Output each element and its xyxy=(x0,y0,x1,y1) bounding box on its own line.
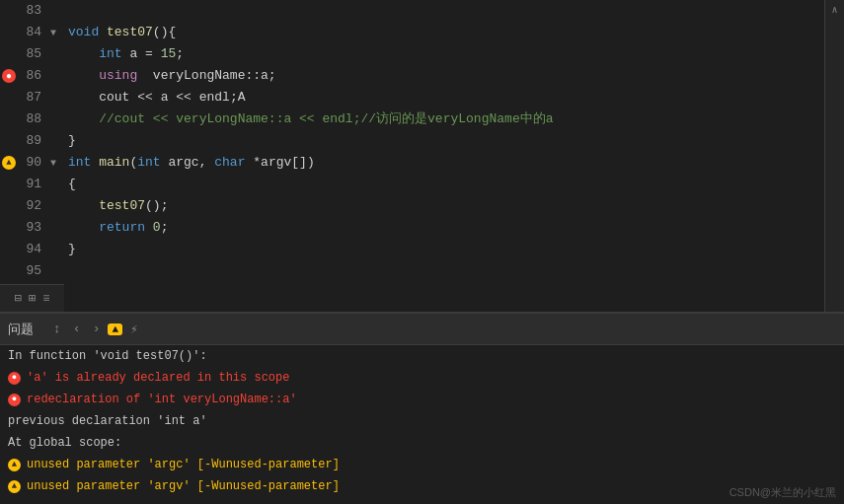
line-number: 92 xyxy=(18,195,47,217)
code-segment xyxy=(68,108,99,130)
code-segment: using xyxy=(99,65,137,87)
code-segment: int xyxy=(137,152,160,174)
code-segment: test07 xyxy=(99,195,145,217)
code-segment: test07 xyxy=(107,22,153,43)
problem-row[interactable]: At global scope: xyxy=(0,432,844,454)
code-segment: endl xyxy=(199,87,230,108)
scroll-up-icon[interactable]: ∧ xyxy=(831,4,837,16)
code-segment: } xyxy=(68,239,76,260)
code-editor: 8384▼85●86878889▲90▼9192939495 void test… xyxy=(0,0,844,312)
line-indicator xyxy=(0,22,18,43)
problem-row[interactable]: ●'a' is already declared in this scope xyxy=(0,367,844,389)
line-number: 88 xyxy=(18,108,47,130)
line-number: 87 xyxy=(18,87,47,108)
code-segment: main xyxy=(99,152,129,174)
problem-error-icon: ● xyxy=(8,394,21,406)
line-indicator xyxy=(0,174,18,195)
code-segment: char xyxy=(214,152,245,174)
problem-warn-icon: ▲ xyxy=(8,459,21,471)
problems-toolbar: ↕ ‹ › ▲ ⚡ xyxy=(49,320,142,339)
gutter-row: 95 xyxy=(0,260,64,282)
gutter-row: 88 xyxy=(0,108,64,130)
line-indicator: ● xyxy=(0,65,18,87)
code-line: return 0; xyxy=(68,217,824,239)
sort-icon[interactable]: ↕ xyxy=(49,320,65,338)
error-indicator-icon: ● xyxy=(2,69,16,83)
nav-right-icon[interactable]: › xyxy=(89,320,105,338)
problem-text: previous declaration 'int a' xyxy=(8,410,207,432)
code-segment: ( xyxy=(129,152,137,174)
bottom-left-toolbar: ⊟ ⊞ ≡ xyxy=(0,284,64,312)
code-segment: //cout << veryLongName::a << endl;//访问的是… xyxy=(99,108,553,130)
code-segment xyxy=(91,152,99,174)
line-indicator xyxy=(0,217,18,239)
grid-icon[interactable]: ⊞ xyxy=(27,289,38,308)
code-segment: ; xyxy=(161,217,169,239)
gutter-row: 92 xyxy=(0,195,64,217)
line-indicator xyxy=(0,87,18,108)
code-segment: int xyxy=(99,43,121,65)
code-line: using veryLongName::a; xyxy=(68,65,824,87)
problem-row[interactable]: ●redeclaration of 'int veryLongName::a' xyxy=(0,389,844,410)
line-indicator xyxy=(0,130,18,152)
problems-title: 问题 xyxy=(8,321,34,338)
nav-left-icon[interactable]: ‹ xyxy=(69,320,85,338)
gutter-row: 89 xyxy=(0,130,64,152)
problem-text: redeclaration of 'int veryLongName::a' xyxy=(27,389,297,410)
problem-row[interactable]: In function 'void test07()': xyxy=(0,345,844,367)
code-segment: (){ xyxy=(153,22,176,43)
line-gutter: 8384▼85●86878889▲90▼9192939495 xyxy=(0,0,64,312)
fold-arrow[interactable]: ▼ xyxy=(47,28,59,38)
code-segment: 0 xyxy=(153,217,161,239)
line-indicator: ▲ xyxy=(0,152,18,174)
code-segment: ; xyxy=(176,43,184,65)
code-segment: void xyxy=(68,22,107,43)
problem-text: In function 'void test07()': xyxy=(8,345,207,367)
code-segment: { xyxy=(68,174,76,195)
problem-error-icon: ● xyxy=(8,372,21,385)
line-number: 93 xyxy=(18,217,47,239)
problem-text: 'a' is already declared in this scope xyxy=(27,367,289,389)
code-line: int main(int argc, char *argv[]) xyxy=(68,152,824,174)
problem-row[interactable]: ▲unused parameter 'argv' [-Wunused-param… xyxy=(0,475,844,497)
filter-icon[interactable]: ⚡ xyxy=(126,320,142,339)
code-line xyxy=(68,260,824,282)
code-segment: << a << xyxy=(129,87,198,108)
line-number: 91 xyxy=(18,174,47,195)
code-segment xyxy=(68,43,99,65)
gutter-row: 93 xyxy=(0,217,64,239)
gutter-row: 87 xyxy=(0,87,64,108)
problem-row[interactable]: previous declaration 'int a' xyxy=(0,410,844,432)
line-indicator xyxy=(0,0,18,22)
warn-badge: ▲ xyxy=(108,324,122,335)
line-indicator xyxy=(0,195,18,217)
code-segment: (); xyxy=(145,195,168,217)
code-segment xyxy=(145,217,153,239)
code-segment: argc, xyxy=(161,152,215,174)
problems-header: 问题 ↕ ‹ › ▲ ⚡ xyxy=(0,314,844,345)
problem-row[interactable]: ▲unused parameter 'argc' [-Wunused-param… xyxy=(0,454,844,475)
code-line: } xyxy=(68,239,824,260)
line-indicator xyxy=(0,108,18,130)
line-number: 94 xyxy=(18,239,47,260)
code-segment: *argv[]) xyxy=(245,152,314,174)
problem-text: At global scope: xyxy=(8,432,121,454)
code-segment: return xyxy=(99,217,145,239)
line-number: 95 xyxy=(18,260,47,282)
warn-indicator-icon: ▲ xyxy=(2,156,16,170)
line-number: 83 xyxy=(18,0,47,22)
watermark: CSDN@米兰的小红黑 xyxy=(729,485,836,500)
fold-arrow[interactable]: ▼ xyxy=(47,158,59,169)
code-line: { xyxy=(68,174,824,195)
code-content: void test07(){ int a = 15; using veryLon… xyxy=(64,0,824,312)
code-line: cout << a << endl;A xyxy=(68,87,824,108)
code-line: void test07(){ xyxy=(68,22,824,43)
line-indicator xyxy=(0,239,18,260)
menu-icon[interactable]: ≡ xyxy=(40,290,51,308)
code-segment xyxy=(68,217,99,239)
right-scrollbar[interactable]: ∧ xyxy=(824,0,844,312)
toggle-icon[interactable]: ⊟ xyxy=(13,289,24,308)
line-number: 90 xyxy=(18,152,47,174)
code-segment xyxy=(68,87,99,108)
problems-panel: 问题 ↕ ‹ › ▲ ⚡ In function 'void test07()'… xyxy=(0,312,844,504)
